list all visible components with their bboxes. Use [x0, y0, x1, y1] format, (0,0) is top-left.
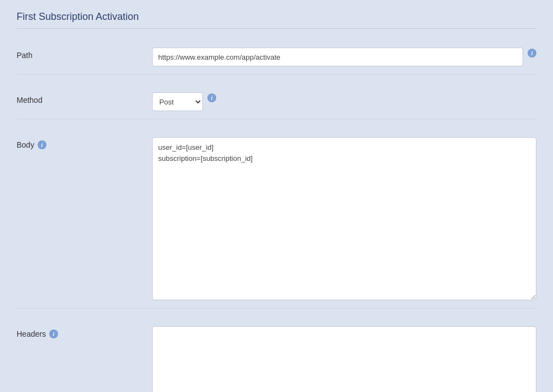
path-row: Path i — [17, 40, 536, 75]
path-info-icon: i — [528, 49, 536, 58]
body-textarea[interactable]: user_id=[user_id] subscription=[subscrip… — [152, 137, 536, 300]
headers-row: Headers i — [17, 318, 536, 392]
method-select[interactable]: Get Post Put Delete Patch — [152, 92, 203, 111]
path-control-area: i — [152, 48, 536, 66]
headers-textarea[interactable] — [152, 326, 536, 392]
method-info-icon: i — [207, 93, 216, 102]
body-label: Body i — [17, 137, 152, 149]
method-row: Method Get Post Put Delete Patch i — [17, 85, 536, 119]
headers-info-icon: i — [49, 330, 58, 338]
page-title: First Subscription Activation — [17, 11, 536, 29]
method-label: Method — [17, 92, 152, 104]
body-row: Body i user_id=[user_id] subscription=[s… — [17, 129, 536, 309]
path-label: Path — [17, 48, 152, 60]
body-info-icon: i — [38, 140, 46, 149]
page-container: First Subscription Activation Path i Met… — [0, 0, 553, 392]
headers-label: Headers i — [17, 326, 152, 338]
headers-control-area — [152, 326, 536, 392]
body-control-area: user_id=[user_id] subscription=[subscrip… — [152, 137, 536, 300]
method-control-area: Get Post Put Delete Patch i — [152, 92, 536, 111]
path-input[interactable] — [152, 48, 523, 66]
